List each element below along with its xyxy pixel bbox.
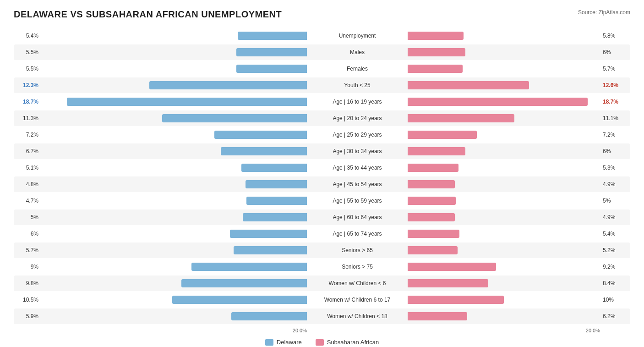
bar-blue: [181, 279, 307, 287]
bar-blue: [191, 263, 307, 271]
left-bar-area: [41, 114, 307, 122]
row-label: Females: [307, 66, 408, 72]
right-bar-area: [408, 246, 600, 254]
axis-left-label: 20.0%: [293, 328, 307, 333]
right-value: 5.4%: [600, 231, 628, 237]
bar-blue: [243, 213, 307, 221]
chart-row: 4.7% Age | 55 to 59 years 5%: [14, 193, 630, 209]
right-bar-area: [408, 81, 600, 89]
left-value: 5.7%: [14, 247, 41, 253]
chart-row: 5.1% Age | 35 to 44 years 5.3%: [14, 160, 630, 176]
chart-row: 10.5% Women w/ Children 6 to 17 10%: [14, 292, 630, 308]
bar-blue: [172, 296, 307, 304]
left-value: 11.3%: [14, 115, 41, 121]
left-value: 7.2%: [14, 132, 41, 138]
bar-blue: [214, 131, 307, 139]
left-bar-area: [41, 197, 307, 205]
right-value: 7.2%: [600, 132, 628, 138]
row-label: Women w/ Children 6 to 17: [307, 297, 408, 303]
right-bar-area: [408, 279, 600, 287]
axis-row: 20.0% 20.0%: [14, 328, 630, 333]
row-label: Age | 20 to 24 years: [307, 115, 408, 121]
left-value: 5.4%: [14, 33, 41, 39]
legend-delaware: Delaware: [265, 339, 302, 346]
bar-blue: [230, 230, 307, 238]
bar-blue: [238, 32, 307, 40]
row-label: Age | 45 to 54 years: [307, 181, 408, 187]
chart-row: 9% Seniors > 75 9.2%: [14, 259, 630, 275]
right-bar-area: [408, 213, 600, 221]
right-value: 6%: [600, 49, 628, 55]
left-value: 18.7%: [14, 99, 41, 105]
chart-row: 18.7% Age | 16 to 19 years 18.7%: [14, 94, 630, 110]
bar-blue: [162, 114, 307, 122]
legend-swatch-blue: [265, 339, 273, 346]
bar-blue: [149, 81, 307, 89]
left-bar-area: [41, 32, 307, 40]
chart-area: 5.4% Unemployment 5.8% 5.5% Males 6% 5.5…: [14, 28, 630, 324]
bar-pink: [408, 279, 488, 287]
bar-blue: [236, 48, 307, 56]
left-bar-area: [41, 180, 307, 188]
bar-blue: [231, 312, 307, 320]
left-bar-area: [41, 48, 307, 56]
right-value: 18.7%: [600, 99, 628, 105]
row-label: Women w/ Children < 6: [307, 280, 408, 286]
bar-pink: [408, 114, 514, 122]
bar-blue: [246, 180, 307, 188]
row-label: Youth < 25: [307, 82, 408, 88]
chart-source: Source: ZipAtlas.com: [578, 9, 630, 16]
chart-row: 12.3% Youth < 25 12.6%: [14, 77, 630, 93]
legend-subsaharan: Subsaharan African: [316, 339, 379, 346]
right-bar-area: [408, 263, 600, 271]
left-value: 4.8%: [14, 181, 41, 187]
chart-row: 5.7% Seniors > 65 5.2%: [14, 242, 630, 258]
right-value: 5%: [600, 198, 628, 204]
row-label: Age | 25 to 29 years: [307, 132, 408, 138]
row-label: Unemployment: [307, 33, 408, 39]
right-value: 8.4%: [600, 280, 628, 286]
chart-row: 4.8% Age | 45 to 54 years 4.9%: [14, 176, 630, 192]
bar-pink: [408, 312, 467, 320]
right-value: 11.1%: [600, 115, 628, 121]
bar-pink: [408, 230, 459, 238]
bar-pink: [408, 65, 463, 73]
right-value: 9.2%: [600, 264, 628, 270]
row-label: Age | 30 to 34 years: [307, 148, 408, 154]
right-bar-area: [408, 32, 600, 40]
right-value: 10%: [600, 297, 628, 303]
legend-swatch-pink: [316, 339, 324, 346]
chart-row: 5.4% Unemployment 5.8%: [14, 28, 630, 44]
left-bar-area: [41, 246, 307, 254]
left-value: 5.1%: [14, 165, 41, 171]
chart-row: 7.2% Age | 25 to 29 years 7.2%: [14, 127, 630, 143]
right-value: 4.9%: [600, 214, 628, 220]
left-value: 6%: [14, 231, 41, 237]
bar-blue: [246, 197, 307, 205]
right-value: 5.7%: [600, 66, 628, 72]
left-bar-area: [41, 65, 307, 73]
legend-label-subsaharan: Subsaharan African: [327, 339, 379, 346]
bar-blue: [241, 164, 307, 172]
left-bar-area: [41, 213, 307, 221]
left-value: 5.5%: [14, 66, 41, 72]
right-value: 4.9%: [600, 181, 628, 187]
left-value: 5.5%: [14, 49, 41, 55]
bar-pink: [408, 180, 455, 188]
bar-blue: [236, 65, 307, 73]
left-value: 5.9%: [14, 313, 41, 319]
bar-blue: [221, 147, 307, 155]
right-value: 5.3%: [600, 165, 628, 171]
left-bar-area: [41, 81, 307, 89]
bar-pink: [408, 246, 458, 254]
row-label: Seniors > 65: [307, 247, 408, 253]
right-bar-area: [408, 312, 600, 320]
left-bar-area: [41, 98, 307, 106]
chart-title: DELAWARE VS SUBSAHARAN AFRICAN UNEMPLOYM…: [14, 9, 282, 20]
row-label: Males: [307, 49, 408, 55]
bar-blue: [67, 98, 307, 106]
row-label: Women w/ Children < 18: [307, 313, 408, 319]
left-bar-area: [41, 147, 307, 155]
left-value: 9%: [14, 264, 41, 270]
right-bar-area: [408, 48, 600, 56]
